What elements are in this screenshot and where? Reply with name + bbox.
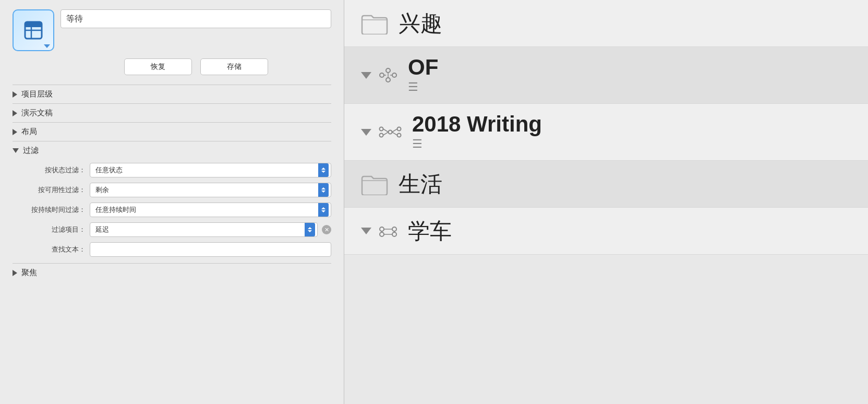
arrow-down-icon <box>321 210 326 212</box>
svg-point-23 <box>392 232 396 236</box>
section-label-layout: 布局 <box>21 127 37 137</box>
folder-icon-3 <box>361 173 388 195</box>
section-presentation[interactable]: 演示文稿 <box>13 103 331 122</box>
find-text-input[interactable] <box>90 242 331 257</box>
section-label-project-hierarchy: 项目层级 <box>21 89 53 99</box>
filter-value-duration: 任意持续时间 <box>92 205 318 215</box>
svg-point-15 <box>397 134 401 137</box>
svg-line-16 <box>383 129 389 132</box>
item-title-2: 2018 Writing <box>412 113 542 135</box>
filter-label-status: 按状态过滤： <box>23 165 86 175</box>
expand-triangle-icon <box>361 72 371 79</box>
filter-grid: 按状态过滤： 任意状态 按可用性过滤： 剩余 <box>13 163 331 263</box>
arrow-down-icon <box>321 191 326 193</box>
folder-svg-3 <box>361 173 388 195</box>
list-item-3[interactable]: 生活 <box>344 161 868 208</box>
svg-point-11 <box>380 127 383 131</box>
filter-row-availability: 按可用性过滤： 剩余 <box>23 183 331 197</box>
item-title-1: OF <box>408 56 438 78</box>
select-arrows-availability <box>318 183 329 197</box>
sub-icon-2: ☰ <box>412 137 542 151</box>
arrow-up-icon <box>308 227 312 229</box>
filter-select-item[interactable]: 延迟 <box>90 222 318 237</box>
collapse-icon <box>13 129 17 135</box>
task-icon <box>22 19 45 42</box>
filter-value-item: 延迟 <box>92 225 305 234</box>
arrow-up-icon <box>321 207 326 209</box>
item-col-1: OF ☰ <box>408 56 438 94</box>
task-icon-box[interactable] <box>13 9 54 51</box>
filter-row-item: 过滤项目： 延迟 ✕ <box>23 222 331 237</box>
sub-icon-1: ☰ <box>408 80 438 94</box>
top-row <box>13 9 331 51</box>
collapse-icon <box>13 110 17 116</box>
item-title-3: 生活 <box>399 173 442 195</box>
save-button[interactable]: 存储 <box>200 58 268 75</box>
svg-point-13 <box>389 130 392 134</box>
svg-line-19 <box>392 132 397 135</box>
collapse-icon <box>13 270 17 276</box>
section-layout[interactable]: 布局 <box>13 122 331 141</box>
left-panel: 恢复 存储 项目层级 演示文稿 布局 过滤 按状态过滤： 任意状态 <box>0 0 344 404</box>
svg-point-22 <box>392 227 396 231</box>
filter-header[interactable]: 过滤 <box>13 146 331 156</box>
filter-select-status[interactable]: 任意状态 <box>90 163 331 177</box>
arrow-up-icon <box>321 168 326 170</box>
section-label-focus: 聚焦 <box>21 268 37 278</box>
expand-icon <box>13 148 19 153</box>
section-filter: 过滤 按状态过滤： 任意状态 按可用性过滤： 剩余 <box>13 141 331 263</box>
filter-label-item: 过滤项目： <box>23 225 86 234</box>
list-item-0[interactable]: 兴趣 <box>344 0 868 47</box>
list-item-1[interactable]: OF ☰ <box>344 47 868 104</box>
filter-select-duration[interactable]: 任意持续时间 <box>90 203 331 217</box>
project-svg-2 <box>379 125 402 139</box>
project-svg-1 <box>379 68 397 82</box>
section-label-filter: 过滤 <box>23 146 39 156</box>
item-title-4: 学车 <box>408 220 452 242</box>
right-panel: 兴趣 OF ☰ <box>344 0 868 404</box>
svg-point-4 <box>380 73 384 77</box>
select-arrows-item <box>305 223 315 236</box>
button-row: 恢复 存储 <box>61 58 331 75</box>
item-icons-2 <box>361 125 402 139</box>
svg-point-6 <box>392 73 396 77</box>
svg-line-18 <box>392 129 397 132</box>
svg-point-12 <box>380 134 383 137</box>
expand-triangle-icon <box>361 228 371 234</box>
filter-label-find: 查找文本： <box>23 245 86 254</box>
clear-filter-item-button[interactable]: ✕ <box>322 225 331 234</box>
item-icons-1 <box>361 68 397 82</box>
select-arrows-status <box>318 163 329 177</box>
svg-point-5 <box>386 68 390 73</box>
item-icons-4 <box>361 224 397 239</box>
waiting-svg-icon <box>23 20 44 41</box>
filter-label-availability: 按可用性过滤： <box>23 185 86 195</box>
filter-row-status: 按状态过滤： 任意状态 <box>23 163 331 177</box>
svg-point-21 <box>380 232 384 236</box>
filter-label-duration: 按持续时间过滤： <box>23 205 86 215</box>
section-focus[interactable]: 聚焦 <box>13 263 331 282</box>
svg-point-20 <box>380 227 384 231</box>
filter-row-find: 查找文本： <box>23 242 331 257</box>
filter-select-availability[interactable]: 剩余 <box>90 183 331 197</box>
filter-value-status: 任意状态 <box>92 165 318 175</box>
folder-icon-0 <box>361 13 388 34</box>
list-item-2[interactable]: 2018 Writing ☰ <box>344 104 868 161</box>
project-svg-4 <box>379 224 397 239</box>
perspective-name-input[interactable] <box>61 9 331 28</box>
select-arrows-duration <box>318 203 329 217</box>
arrow-down-icon <box>321 171 326 173</box>
item-title-0: 兴趣 <box>399 13 442 34</box>
list-item-4[interactable]: 学车 <box>344 208 868 255</box>
filter-row-duration: 按持续时间过滤： 任意持续时间 <box>23 203 331 217</box>
restore-button[interactable]: 恢复 <box>124 58 192 75</box>
svg-line-17 <box>383 132 389 135</box>
section-project-hierarchy[interactable]: 项目层级 <box>13 85 331 103</box>
svg-point-14 <box>397 127 401 131</box>
svg-point-7 <box>386 78 390 82</box>
arrow-down-icon <box>308 230 312 232</box>
filter-value-availability: 剩余 <box>92 185 318 195</box>
expand-triangle-icon <box>361 129 371 136</box>
arrow-up-icon <box>321 187 326 189</box>
section-label-presentation: 演示文稿 <box>21 108 53 118</box>
